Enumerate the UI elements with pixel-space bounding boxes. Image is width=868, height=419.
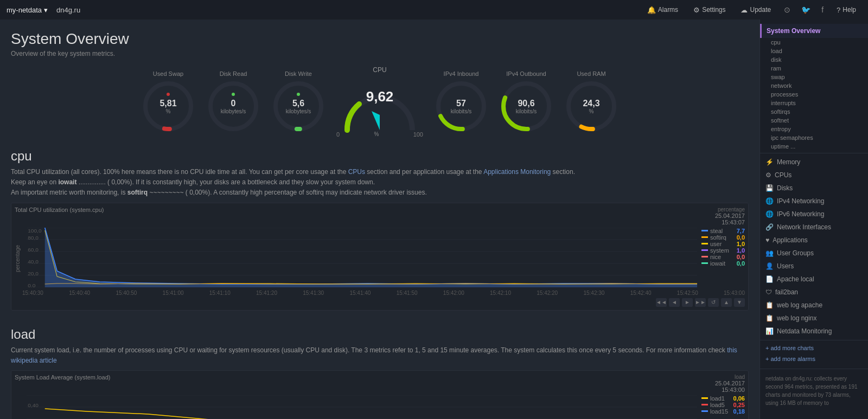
help-label: Help <box>843 6 856 14</box>
sidebar-section-cpus[interactable]: ⚙CPUs <box>760 169 868 182</box>
cpu-chart: Total CPU utilization (system.cpu) perce… <box>11 203 749 311</box>
cpu-nav-zoom-in[interactable]: ▲ <box>721 298 732 307</box>
load-chart-title: System Load Average (system.load) <box>15 374 111 381</box>
sidebar-section-label: User Groups <box>777 249 814 257</box>
add-more-charts[interactable]: + add more charts <box>760 343 868 353</box>
cpu-desc1: Total CPU utilization (all cores). 100% … <box>11 168 346 176</box>
bell-icon: 🔔 <box>647 6 656 14</box>
sidebar-section-icon: 🔗 <box>765 223 774 231</box>
cpu-nav-next[interactable]: ► <box>682 298 693 307</box>
disk-write-unit: kilobytes/s <box>286 108 311 114</box>
sidebar-section-users[interactable]: 👤Users <box>760 260 868 273</box>
sidebar-subitem-softirqs[interactable]: softirqs <box>760 107 868 116</box>
sidebar-section-label: web log apache <box>777 301 822 309</box>
used-ram-value: 24,3 <box>583 99 599 108</box>
cpu-legend-item-nice: nice0,0 <box>701 254 745 260</box>
ipv4-in-value: 57 <box>451 99 471 108</box>
load-chart: System Load Average (system.load) load 2… <box>11 370 749 419</box>
svg-marker-26 <box>45 228 697 287</box>
sidebar-section-label: CPUs <box>775 171 792 179</box>
sidebar-subitem-ram[interactable]: ram <box>760 64 868 73</box>
sidebar-footer: netdata on dn4g.ru: collects every secon… <box>760 369 868 412</box>
load-y-label: load <box>15 395 22 419</box>
gauges-row: Used Swap 5,81 % Disk Read <box>11 66 749 138</box>
sidebar-section-web-log-apache[interactable]: 📋web log apache <box>760 299 868 312</box>
sidebar-subitem-uptime-...[interactable]: uptime ... <box>760 142 868 151</box>
cpu-softirq-desc: An important metric worth monitoring, is… <box>11 189 427 196</box>
ipv4-in-label: IPv4 Inbound <box>444 70 479 77</box>
twitter-button[interactable]: 🐦 <box>798 3 814 16</box>
load-legend: load10,06load50,25load150,18 <box>701 395 745 419</box>
cpu-legend-item-user: user1,0 <box>701 241 745 247</box>
cpu-nav-zoom-out[interactable]: ▼ <box>734 298 745 307</box>
cpu-chart-area: 0,0 20,0 40,0 60,0 80,0 100,0 <box>27 228 697 289</box>
cpu-section-desc: Total CPU utilization (all cores). 100% … <box>11 167 749 198</box>
sidebar-section-netdata-monitoring[interactable]: 📊Netdata Monitoring <box>760 325 868 338</box>
sidebar-subitem-ipc-semaphores[interactable]: ipc semaphores <box>760 133 868 142</box>
sidebar-subitem-softnet[interactable]: softnet <box>760 116 868 125</box>
ipv4-in-unit: kilobits/s <box>451 108 471 114</box>
sidebar-subitem-load[interactable]: load <box>760 47 868 55</box>
load-y-label-header: load <box>715 374 745 380</box>
cpu-gauge-label: CPU <box>373 66 386 74</box>
sidebar-section-memory[interactable]: ⚡Memory <box>760 156 868 169</box>
sidebar-section-applications[interactable]: ♥Applications <box>760 234 868 247</box>
github-button[interactable]: ⊙ <box>781 3 794 16</box>
load-section-desc: Current system load, i.e. the number of … <box>11 345 749 366</box>
used-ram-gauge: Used RAM 24,3 % <box>564 70 618 133</box>
add-more-alarms[interactable]: + add more alarms <box>760 353 868 364</box>
facebook-button[interactable]: f <box>818 3 827 16</box>
cpu-nav-reset[interactable]: ↺ <box>708 298 719 307</box>
right-sidebar: System Overview cpuloaddiskramswapnetwor… <box>760 20 868 419</box>
sidebar-section-icon: ♥ <box>765 236 769 244</box>
sidebar-subitem-interrupts[interactable]: interrupts <box>760 99 868 107</box>
sidebar-section-apache-local[interactable]: 📄Apache local <box>760 273 868 286</box>
load-desc: Current system load, i.e. the number of … <box>11 346 725 354</box>
sidebar-section-icon: 🌐 <box>765 197 774 205</box>
cpu-nav-prev[interactable]: ◄ <box>669 298 680 307</box>
sidebar-subitem-cpu[interactable]: cpu <box>760 38 868 47</box>
sidebar-subitem-network[interactable]: network <box>760 81 868 90</box>
alarms-button[interactable]: 🔔 Alarms <box>642 4 684 16</box>
sidebar-section-icon: 📄 <box>765 275 774 283</box>
used-ram-circle: 24,3 % <box>564 79 618 133</box>
sidebar-section-label: Users <box>777 262 794 270</box>
sidebar-section-user-groups[interactable]: 👥User Groups <box>760 247 868 260</box>
sidebar-section-disks[interactable]: 💾Disks <box>760 182 868 195</box>
cpus-link[interactable]: CPUs <box>348 168 365 176</box>
sidebar-section-label: IPv6 Networking <box>777 210 824 218</box>
page-subtitle: Overview of the key system metrics. <box>11 50 749 57</box>
cpu-section-title: cpu <box>11 149 749 164</box>
apps-monitoring-link[interactable]: Applications Monitoring <box>483 168 551 176</box>
cpu-nav-next-fast[interactable]: ►► <box>695 298 706 307</box>
help-button[interactable]: ? Help <box>831 4 861 16</box>
cpu-desc2: section and per application usage at the <box>367 168 482 176</box>
disk-read-gauge: Disk Read 0 kilobytes/s <box>206 70 260 133</box>
svg-text:60,0: 60,0 <box>28 247 39 252</box>
sidebar-section-web-log-nginx[interactable]: 📋web log nginx <box>760 312 868 325</box>
sidebar-subitem-disk[interactable]: disk <box>760 55 868 64</box>
sidebar-section-fail2ban[interactable]: 🛡fail2ban <box>760 286 868 299</box>
svg-text:80,0: 80,0 <box>28 235 39 240</box>
cpu-chart-nav: ◄◄ ◄ ► ►► ↺ ▲ ▼ <box>15 298 745 307</box>
ipv4-out-label: IPv4 Outbound <box>506 70 546 77</box>
cpu-nav-prev-fast[interactable]: ◄◄ <box>656 298 667 307</box>
update-button[interactable]: ☁ Update <box>735 4 776 16</box>
sidebar-active-item[interactable]: System Overview <box>760 24 868 38</box>
used-swap-value: 5,81 <box>159 99 176 108</box>
sidebar-section-network-interfaces[interactable]: 🔗Network Interfaces <box>760 221 868 234</box>
cpu-desc3: section. <box>553 168 575 176</box>
settings-button[interactable]: ⚙ Settings <box>688 4 731 16</box>
sidebar-subitem-swap[interactable]: swap <box>760 73 868 81</box>
sidebar-subitem-entropy[interactable]: entropy <box>760 125 868 133</box>
sidebar-subitem-processes[interactable]: processes <box>760 90 868 99</box>
load-legend-item-load15: load150,18 <box>701 408 745 415</box>
disk-write-circle: 5,6 kilobytes/s <box>271 79 326 133</box>
used-swap-unit: % <box>159 108 176 114</box>
sidebar-section-ipv6-networking[interactable]: 🌐IPv6 Networking <box>760 208 868 221</box>
load-section-title: load <box>11 327 749 342</box>
sidebar-section-icon: 📊 <box>765 327 774 335</box>
cpu-section: cpu Total CPU utilization (all cores). 1… <box>11 149 749 311</box>
sidebar-section-ipv4-networking[interactable]: 🌐IPv4 Networking <box>760 195 868 208</box>
brand-dropdown[interactable]: my-netdata ▾ <box>7 6 48 14</box>
